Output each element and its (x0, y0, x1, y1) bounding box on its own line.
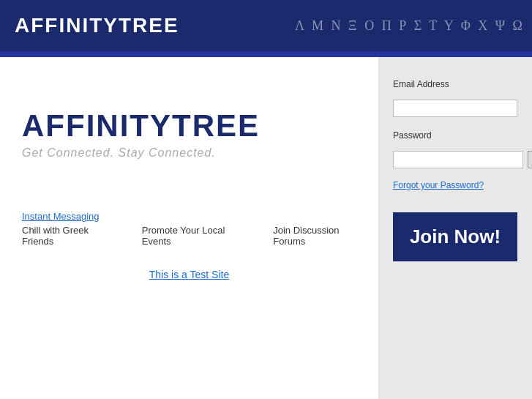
feature-link-local-events: Promote Your Local Events (142, 225, 236, 247)
logo-area: AFFINITYTREE Get Connected. Stay Connect… (22, 108, 356, 160)
left-content: AFFINITYTREE Get Connected. Stay Connect… (0, 57, 378, 399)
email-input[interactable] (393, 100, 517, 117)
password-label: Password (393, 130, 517, 141)
tagline: Get Connected. Stay Connected. (22, 146, 356, 160)
password-row: Login (393, 151, 517, 168)
instant-messaging-link[interactable]: Instant Messaging (22, 211, 356, 222)
feature-links: Chill with Greek Friends Promote Your Lo… (22, 225, 356, 247)
greek-letters: Λ Μ Ν Ξ Ο Π Ρ Σ Τ Υ Φ Χ Ψ Ω (295, 18, 525, 34)
page-header: AFFINITYTREE Λ Μ Ν Ξ Ο Π Ρ Σ Τ Υ Φ Χ Ψ Ω (0, 0, 532, 51)
feature-link-greek-friends: Chill with Greek Friends (22, 225, 105, 247)
subheader-strip (0, 51, 532, 57)
login-button[interactable]: Login (528, 151, 532, 168)
email-label: Email Address (393, 79, 517, 89)
site-title: AFFINITYTREE (15, 14, 179, 37)
test-site-link[interactable]: This is a Test Site (22, 269, 356, 280)
join-now-button[interactable]: Join Now! (393, 212, 517, 261)
forgot-password-link[interactable]: Forgot your Password? (393, 180, 517, 190)
logo-text: AFFINITYTREE (22, 108, 356, 143)
right-sidebar: Email Address Password Login Forgot your… (378, 57, 532, 399)
feature-link-forums: Join Discussion Forums (273, 225, 356, 247)
password-input[interactable] (393, 151, 523, 168)
links-section: Instant Messaging Chill with Greek Frien… (22, 211, 356, 247)
main-container: AFFINITYTREE Get Connected. Stay Connect… (0, 57, 532, 399)
